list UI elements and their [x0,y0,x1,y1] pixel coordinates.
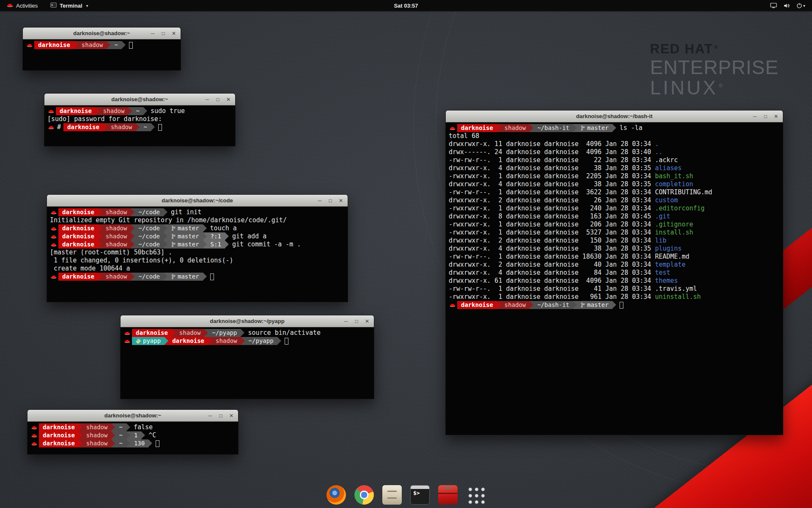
filename: lib [655,237,667,244]
minimize-button[interactable]: ─ [752,110,758,122]
prompt-segment-user: darknoise [58,208,98,216]
powerline-separator [497,301,501,309]
filename: test [655,269,670,276]
top-bar: Activities Terminal ▾ Sat 03:57 ▾ [0,0,812,11]
volume-icon[interactable] [783,3,790,8]
minimize-button[interactable]: ─ [343,315,349,327]
window-titlebar[interactable]: darknoise@shadow:~ ─ □ ✕ [44,94,235,105]
terminal-content[interactable]: darknoiseshadow~falsedarknoiseshadow~1^C… [27,422,238,454]
terminal-cursor [210,273,214,280]
redhat-icon [31,442,37,446]
powerline-separator [96,107,99,115]
prompt-segment-path: ~/pyapp [208,329,241,337]
command-text: git add a [229,232,266,240]
output-text: drwxrwxr-x. 8 darknoise darknoise 163 Ja… [449,213,655,220]
powerline-separator [151,123,155,131]
terminal-line: darknoiseshadow~false [30,423,235,431]
filename: custom [655,196,678,204]
powerline-separator [107,41,110,49]
close-button[interactable]: ✕ [338,195,344,207]
powerline-separator [612,124,616,132]
output-text: 1 file changed, 0 insertions(+), 0 delet… [50,257,233,264]
powerline-separator [103,123,107,131]
redhat-icon [51,210,57,215]
window-titlebar[interactable]: darknoise@shadow:~/bash-it ─ □ ✕ [446,110,783,122]
prompt-segment-host: shadow [102,208,131,216]
prompt-segment-s: S:1 [207,240,225,248]
terminal-icon[interactable]: $> [410,485,430,505]
maximize-button[interactable]: □ [160,28,166,39]
close-button[interactable]: ✕ [364,315,370,327]
display-icon[interactable] [770,3,777,8]
app-menu-label: Terminal [60,3,82,9]
powerline-separator [98,240,102,248]
prompt-segment-path: ~ [140,123,151,131]
command-text: source bin/activate [244,329,321,337]
chrome-icon[interactable] [354,485,374,505]
prompt-segment-path: ~ [115,431,126,439]
maximize-button[interactable]: □ [354,315,359,327]
terminal-window[interactable]: darknoise@shadow:~ ─ □ ✕ darknoiseshadow… [22,27,181,71]
terminal-content[interactable]: darknoiseshadow~ [23,39,181,70]
app-menu[interactable]: Terminal ▾ [48,0,91,11]
dock: $> [326,485,486,505]
powerline-separator [131,273,134,281]
window-titlebar[interactable]: darknoise@shadow:~/code ─ □ ✕ [47,195,348,207]
window-titlebar[interactable]: darknoise@shadow:~ ─ □ ✕ [23,28,181,39]
minimize-button[interactable]: ─ [150,28,156,39]
output-text: drwxrwxr-x. 2 darknoise darknoise 26 Jan… [449,196,655,204]
activities-button[interactable]: Activities [4,0,40,11]
window-title: darknoise@shadow:~/code [47,197,348,204]
terminal-line: -rw-rw-r--. 1 darknoise darknoise 22 Jan… [449,156,780,164]
terminal-line: -rw-rw-r--. 1 darknoise darknoise 3622 J… [449,188,780,196]
terminal-content[interactable]: darknoiseshadow~/pyappsource bin/activat… [121,327,374,399]
output-text: Initialized empty Git repository in /hom… [50,216,287,224]
prompt-segment-host: shadow [82,431,112,439]
filename: aliases [655,164,682,172]
output-text: .travis.yml [655,285,697,293]
maximize-button[interactable]: □ [215,94,221,105]
prompt-segment-path: ~/code [134,273,164,281]
terminal-line: darknoiseshadow~/codemastertouch a [50,224,345,232]
close-button[interactable]: ✕ [171,28,177,39]
terminal-line: drwxrwxr-x. 2 darknoise darknoise 150 Ja… [449,237,780,245]
prompt-segment-user: darknoise [56,107,96,115]
powerline-separator [203,273,207,281]
close-button[interactable]: ✕ [228,410,234,422]
rhel-logo: RED HAT® ENTERPRISE LINUX® [650,42,779,98]
command-text: false [130,423,153,431]
terminal-content[interactable]: darknoiseshadow~/codegit initInitialized… [47,207,348,302]
power-menu[interactable]: ▾ [796,3,805,8]
minimize-button[interactable]: ─ [317,195,323,207]
terminal-content[interactable]: darknoiseshadow~sudo true[sudo] password… [44,105,235,146]
terminal-content[interactable]: darknoiseshadow~/bash-itmasterls -latota… [446,122,783,435]
redhat-icon [31,425,37,430]
terminal-window[interactable]: darknoise@shadow:~ ─ □ ✕ darknoiseshadow… [44,93,236,146]
window-titlebar[interactable]: darknoise@shadow:~/pyapp ─ □ ✕ [121,315,374,327]
terminal-window[interactable]: darknoise@shadow:~ ─ □ ✕ darknoiseshadow… [27,409,239,455]
firefox-icon[interactable] [326,485,346,505]
powerline-separator [208,337,212,345]
prompt-segment-exit: 1 [130,431,141,439]
maximize-button[interactable]: □ [218,410,224,422]
powerline-separator [136,123,140,131]
clock[interactable]: Sat 03:57 [394,3,418,9]
prompt-segment-host: shadow [99,107,129,115]
terminal-window[interactable]: darknoise@shadow:~/bash-it ─ □ ✕ darknoi… [445,110,783,435]
files-icon[interactable] [382,485,402,505]
close-button[interactable]: ✕ [773,110,779,122]
close-button[interactable]: ✕ [225,94,231,105]
app-grid-icon[interactable] [466,485,486,505]
terminal-window[interactable]: darknoise@shadow:~/pyapp ─ □ ✕ darknoise… [120,315,374,399]
toolbox-icon[interactable] [438,485,458,505]
powerline-separator [74,41,78,49]
maximize-button[interactable]: □ [327,195,333,207]
output-text: -rwxrwxr-x. 1 darknoise darknoise 5327 J… [449,229,655,236]
terminal-window[interactable]: darknoise@shadow:~/code ─ □ ✕ darknoises… [47,194,348,302]
minimize-button[interactable]: ─ [207,410,213,422]
maximize-button[interactable]: □ [763,110,768,122]
window-titlebar[interactable]: darknoise@shadow:~ ─ □ ✕ [27,410,238,422]
minimize-button[interactable]: ─ [204,94,210,105]
command-text: touch a [207,224,237,232]
powerline-separator [143,107,147,115]
